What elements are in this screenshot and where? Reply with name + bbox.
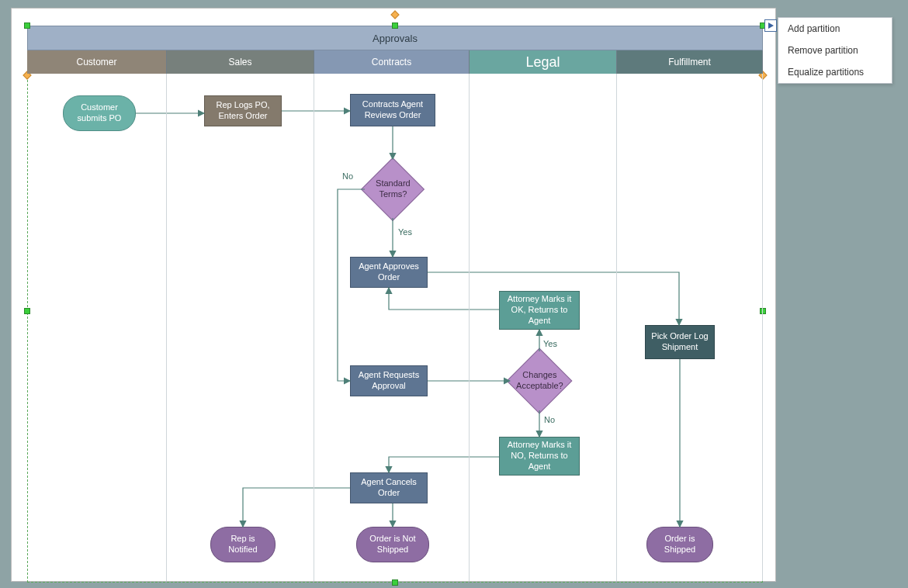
lane-header-legal[interactable]: Legal xyxy=(470,50,617,74)
lane-body-sales xyxy=(167,74,314,581)
lane-header-sales[interactable]: Sales xyxy=(167,50,314,74)
lane-header-contracts[interactable]: Contracts xyxy=(314,50,470,74)
smart-tag-icon[interactable] xyxy=(764,19,777,32)
lane-body-fulfillment xyxy=(617,74,763,581)
lane-header-fulfillment[interactable]: Fulfillment xyxy=(617,50,763,74)
connector-handle-top[interactable] xyxy=(390,10,399,19)
lane-header-customer[interactable]: Customer xyxy=(27,50,167,74)
menu-equalize-partitions[interactable]: Equalize partitions xyxy=(778,61,892,83)
lane-body-legal xyxy=(470,74,617,581)
diagram-title[interactable]: Approvals xyxy=(27,26,763,50)
resize-handle-nw[interactable] xyxy=(24,22,30,29)
partition-context-menu: Add partition Remove partition Equalize … xyxy=(778,17,892,84)
diagram-canvas[interactable]: Approvals Customer submits PO Rep Logs P… xyxy=(11,8,776,582)
menu-add-partition[interactable]: Add partition xyxy=(778,18,892,40)
lane-body-customer xyxy=(27,74,167,581)
menu-remove-partition[interactable]: Remove partition xyxy=(778,40,892,61)
lane-body-contracts xyxy=(314,74,470,581)
resize-handle-n[interactable] xyxy=(392,22,398,29)
